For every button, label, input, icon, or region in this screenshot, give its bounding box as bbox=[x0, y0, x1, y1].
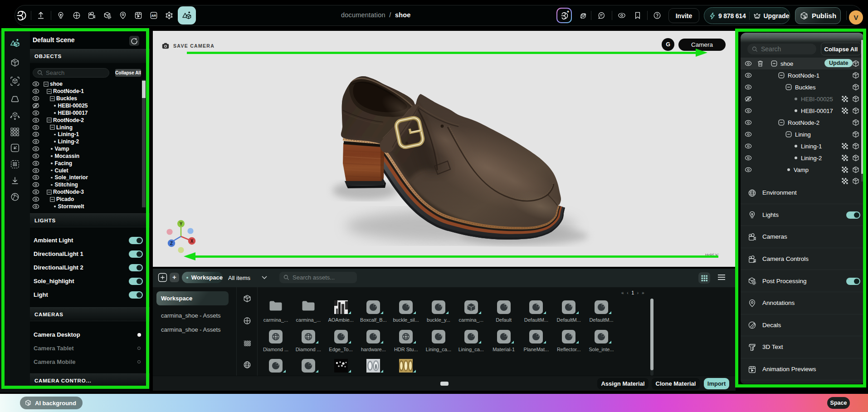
svg-text:AR: AR bbox=[151, 14, 156, 18]
